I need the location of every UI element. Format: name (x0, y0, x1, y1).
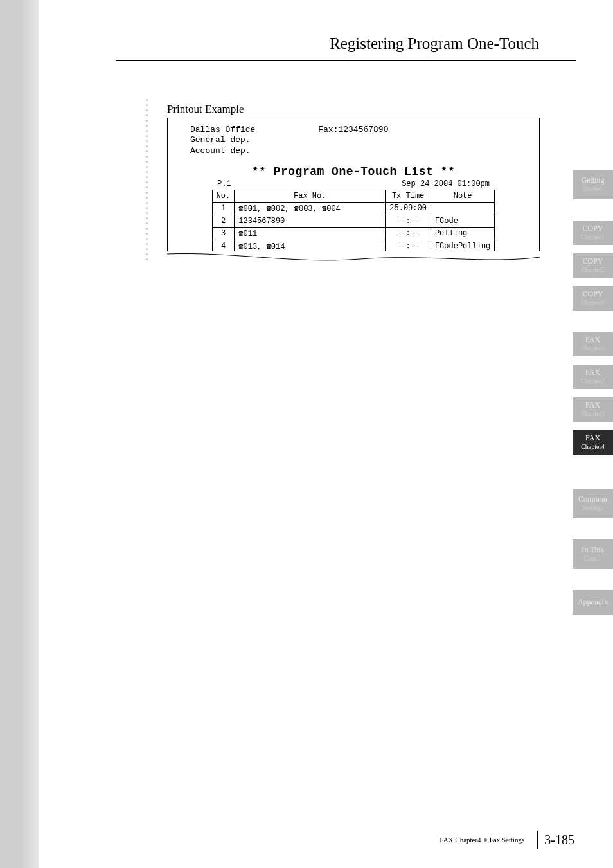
tab-label: COPY (582, 224, 603, 233)
printout-header: Dallas Office Fax:1234567890 General dep… (190, 125, 517, 156)
tab-label: In This (582, 546, 603, 555)
cell-no: 3 (212, 227, 235, 240)
printout-table: No. Fax No. Tx Time Note 1 ☎001, ☎002, ☎… (212, 190, 495, 253)
footer-crumb-2: Fax Settings (490, 836, 525, 844)
tab-fax-ch3[interactable]: FAX Chapter3 (573, 397, 613, 422)
page-number: 3-185 (544, 833, 574, 847)
cell-note: Polling (431, 227, 494, 240)
side-tabs: Getting Started COPY Chapter1 COPY Chapt… (573, 170, 613, 623)
tab-copy-ch1[interactable]: COPY Chapter1 (573, 221, 613, 245)
tab-label: COPY (582, 290, 603, 299)
cell-tx: --:-- (386, 227, 431, 240)
tab-sublabel: Chapter2 (581, 377, 605, 385)
tab-label: FAX (585, 368, 600, 377)
tab-fax-ch2[interactable]: FAX Chapter2 (573, 365, 613, 389)
cell-no: 2 (212, 215, 235, 227)
cell-no: 1 (212, 202, 235, 215)
cell-fax: 1234567890 (235, 215, 386, 227)
tab-label: COPY (582, 257, 603, 266)
org-line-3: Account dep. (190, 146, 517, 156)
tab-sublabel: Chapter2 (581, 266, 605, 274)
tab-sublabel: Chapter3 (581, 410, 605, 418)
tab-copy-ch2[interactable]: COPY Chapter2 (573, 253, 613, 278)
tab-sublabel: Started (583, 185, 601, 193)
table-header-row: No. Fax No. Tx Time Note (212, 190, 495, 202)
printout-frame: Dallas Office Fax:1234567890 General dep… (167, 118, 540, 266)
tab-fax-ch4[interactable]: FAX Chapter4 (573, 430, 613, 455)
tab-sublabel: Case... (584, 555, 601, 563)
col-tx-header: Tx Time (386, 190, 431, 202)
tab-label: Appendix (578, 598, 608, 607)
tab-sublabel: Chapter3 (581, 299, 605, 307)
tab-label: Common (578, 495, 607, 504)
tab-sublabel: Chapter1 (581, 233, 605, 241)
org-line-1: Dallas Office (190, 125, 255, 134)
col-fax-header: Fax No. (235, 190, 386, 202)
tab-label: Getting (582, 176, 605, 185)
table-row: 1 ☎001, ☎002, ☎003, ☎004 25.09:00 (212, 202, 495, 215)
tab-fax-ch1[interactable]: FAX Chapter1 (573, 332, 613, 356)
dotted-rule (146, 99, 148, 264)
page-header-title: Registering Program One-Touch (330, 35, 539, 53)
tab-getting-started[interactable]: Getting Started (573, 170, 613, 199)
page-footer: FAX Chapter4 Fax Settings 3-185 (440, 831, 574, 849)
section-label: Printout Example (167, 103, 244, 116)
cell-fax: ☎001, ☎002, ☎003, ☎004 (235, 202, 386, 215)
printout-title: ** Program One-Touch List ** (190, 165, 517, 178)
tab-label: FAX (585, 434, 600, 443)
tab-sublabel: Chapter4 (581, 443, 605, 451)
col-no-header: No. (212, 190, 235, 202)
col-note-header: Note (431, 190, 494, 202)
printout-datetime: Sep 24 2004 01:00pm (402, 179, 490, 188)
tab-sublabel: Chapter1 (581, 345, 605, 352)
tab-label: FAX (585, 401, 600, 410)
org-line-2: General dep. (190, 135, 517, 145)
left-margin-bar (0, 0, 39, 868)
cell-note (431, 202, 494, 215)
cell-fax: ☎011 (235, 227, 386, 240)
cell-tx: 25.09:00 (386, 202, 431, 215)
tab-appendix[interactable]: Appendix (573, 590, 613, 615)
tab-copy-ch3[interactable]: COPY Chapter3 (573, 286, 613, 311)
table-row: 3 ☎011 --:-- Polling (212, 227, 495, 240)
table-row: 2 1234567890 --:-- FCode (212, 215, 495, 227)
tab-in-this-case[interactable]: In This Case... (573, 539, 613, 569)
tab-sublabel: Settings (582, 504, 603, 512)
cell-note: FCode (431, 215, 494, 227)
tab-label: FAX (585, 336, 600, 345)
bullet-icon (484, 838, 487, 842)
paper-tear (167, 251, 540, 266)
footer-crumb-1: FAX Chapter4 (440, 836, 481, 844)
printout-page: P.1 (217, 179, 231, 188)
cell-tx: --:-- (386, 215, 431, 227)
footer-separator (537, 831, 538, 849)
header-divider (116, 60, 576, 61)
tab-common-settings[interactable]: Common Settings (573, 489, 613, 518)
fax-label: Fax:1234567890 (318, 125, 388, 134)
